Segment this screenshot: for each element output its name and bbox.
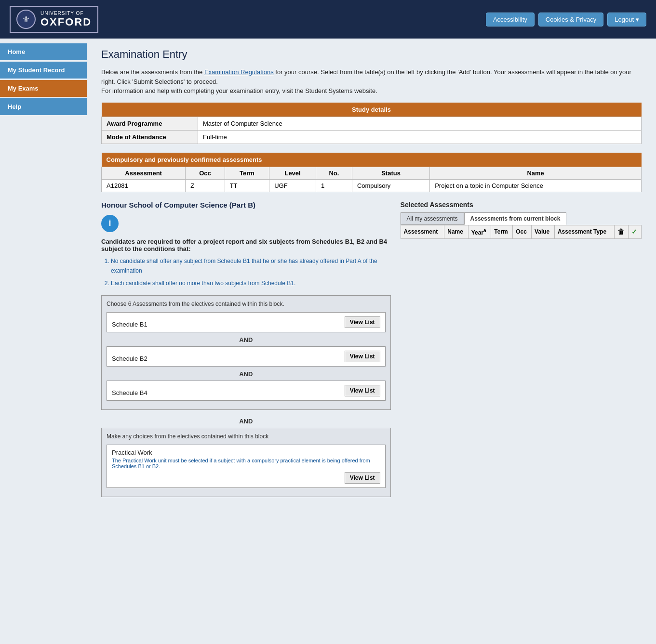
practical-work-name: Practical Work: [112, 449, 152, 456]
sa-col-assessment: Assessment: [401, 225, 444, 238]
table-row: A12081 Z TT UGF 1 Compulsory Project on …: [102, 179, 642, 192]
sidebar-item-home[interactable]: Home: [0, 43, 87, 60]
selected-assessments-title: Selected Assessments: [401, 201, 642, 209]
check-icon: ✓: [631, 228, 637, 236]
page-title: Examination Entry: [101, 48, 642, 61]
award-programme-label: Award Programme: [102, 117, 198, 130]
study-details-header: Study details: [102, 103, 642, 117]
block1-instruction: Choose 6 Assessments from the electives …: [107, 301, 386, 307]
practical-work-box: Practical Work The Practical Work unit m…: [107, 445, 386, 488]
block2: Make any choices from the electives cont…: [101, 428, 391, 497]
block2-instruction: Make any choices from the electives cont…: [107, 433, 386, 440]
sa-col-year: Yeara: [468, 225, 491, 238]
practical-desc: The Practical Work unit must be selected…: [112, 458, 380, 469]
cell-assessment: A12081: [102, 179, 186, 192]
sa-col-value: Value: [531, 225, 554, 238]
condition-2: Each candidate shall offer no more than …: [111, 278, 391, 288]
and-divider-2: AND: [107, 370, 386, 378]
col-name: Name: [430, 167, 642, 179]
tabs-row: All my assessments Assessments from curr…: [401, 212, 642, 225]
oxford-shield-icon: ⚜: [16, 10, 36, 29]
view-list-b2-button[interactable]: View List: [345, 351, 380, 362]
cookies-privacy-button[interactable]: Cookies & Privacy: [538, 13, 603, 26]
conditions-list: No candidate shall offer any subject fro…: [101, 256, 391, 289]
sa-col-term: Term: [491, 225, 513, 238]
right-panel: Selected Assessments All my assessments …: [401, 201, 642, 505]
view-list-b1-button[interactable]: View List: [345, 316, 380, 328]
sa-col-type: Assessment Type: [554, 225, 614, 238]
schedule-b4-box: Schedule B4 View List: [107, 381, 386, 401]
schedule-b4-name: Schedule B4: [112, 389, 147, 396]
sa-col-name: Name: [444, 225, 469, 238]
and-divider-outer: AND: [101, 418, 391, 425]
mode-attendance-row: Mode of Attendance Full-time: [102, 130, 642, 144]
sidebar-item-my-student-record[interactable]: My Student Record: [0, 62, 87, 79]
main-layout: Home My Student Record My Exams Help Exa…: [0, 39, 656, 644]
tab-all-assessments[interactable]: All my assessments: [401, 212, 464, 225]
content-area: Examination Entry Below are the assessme…: [87, 39, 656, 644]
intro-text: Below are the assessments from the Exami…: [101, 67, 642, 96]
sidebar-item-help[interactable]: Help: [0, 98, 87, 115]
logo-text: UNIVERSITY OF OXFORD: [40, 11, 92, 28]
col-assessment: Assessment: [102, 167, 186, 179]
sidebar-item-my-exams[interactable]: My Exams: [0, 80, 87, 97]
header-buttons: Accessibility Cookies & Privacy Logout ▾: [486, 13, 646, 26]
cell-occ: Z: [186, 179, 225, 192]
schedule-b1-box: Schedule B1 View List: [107, 312, 386, 332]
compulsory-table: Compulsory and previously confirmed asse…: [101, 153, 642, 192]
compulsory-header: Compulsory and previously confirmed asse…: [102, 153, 642, 167]
sa-col-occ: Occ: [513, 225, 532, 238]
trash-icon: 🗑: [617, 228, 624, 236]
cell-status: Compulsory: [352, 179, 429, 192]
conditions-text: Candidates are required to offer a proje…: [101, 238, 391, 252]
left-panel: Honour School of Computer Science (Part …: [101, 201, 391, 505]
cell-name: Project on a topic in Computer Science: [430, 179, 642, 192]
view-list-b4-button[interactable]: View List: [345, 385, 380, 396]
info-icon: i: [101, 215, 119, 232]
block1: Choose 6 Assessments from the electives …: [101, 295, 391, 410]
selected-assessments-table: Assessment Name Yeara Term Occ Value Ass…: [401, 225, 642, 239]
schedule-b1-name: Schedule B1: [112, 321, 147, 328]
col-term: Term: [225, 167, 269, 179]
col-level: Level: [269, 167, 316, 179]
mode-attendance-label: Mode of Attendance: [102, 130, 198, 144]
col-occ: Occ: [186, 167, 225, 179]
and-divider-1: AND: [107, 336, 386, 343]
header: ⚜ UNIVERSITY OF OXFORD Accessibility Coo…: [0, 0, 656, 39]
sa-col-delete: 🗑: [614, 225, 628, 238]
condition-1: No candidate shall offer any subject fro…: [111, 256, 391, 276]
view-list-practical-button[interactable]: View List: [345, 472, 380, 484]
cell-level: UGF: [269, 179, 316, 192]
accessibility-button[interactable]: Accessibility: [486, 13, 535, 26]
cell-no: 1: [316, 179, 352, 192]
mode-attendance-value: Full-time: [198, 130, 642, 144]
university-label: UNIVERSITY OF: [40, 11, 92, 16]
award-programme-row: Award Programme Master of Computer Scien…: [102, 117, 642, 130]
sa-col-check: ✓: [628, 225, 641, 238]
logout-arrow-icon: ▾: [636, 16, 639, 23]
oxford-label: OXFORD: [40, 16, 92, 28]
schedule-b2-name: Schedule B2: [112, 355, 147, 362]
study-details-table: Study details Award Programme Master of …: [101, 103, 642, 144]
tab-current-block[interactable]: Assessments from current block: [464, 212, 567, 225]
col-no: No.: [316, 167, 352, 179]
lower-section: Honour School of Computer Science (Part …: [101, 201, 642, 505]
exam-regs-link[interactable]: Examination Regulations: [204, 68, 274, 76]
logo: ⚜ UNIVERSITY OF OXFORD: [10, 6, 98, 33]
award-programme-value: Master of Computer Science: [198, 117, 642, 130]
logout-button[interactable]: Logout ▾: [607, 13, 646, 26]
sidebar: Home My Student Record My Exams Help: [0, 39, 87, 644]
honour-school-title: Honour School of Computer Science (Part …: [101, 201, 391, 209]
cell-term: TT: [225, 179, 269, 192]
col-status: Status: [352, 167, 429, 179]
schedule-b2-box: Schedule B2 View List: [107, 346, 386, 367]
